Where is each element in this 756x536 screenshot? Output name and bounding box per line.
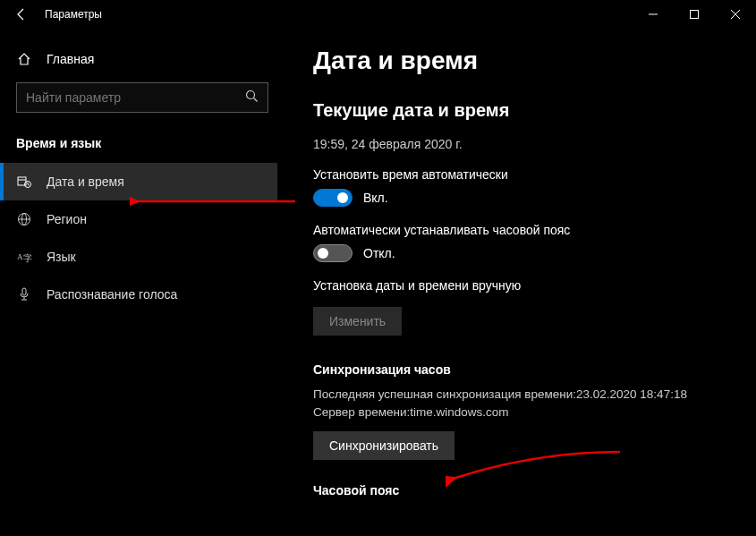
sidebar-item-language[interactable]: A字 Язык (0, 238, 277, 276)
titlebar: Параметры (0, 0, 756, 29)
sidebar-item-label: Распознавание голоса (47, 287, 177, 302)
language-icon: A字 (16, 251, 32, 263)
sidebar-item-speech[interactable]: Распознавание голоса (0, 276, 277, 313)
back-button[interactable] (7, 0, 36, 29)
change-button[interactable]: Изменить (313, 307, 402, 336)
svg-text:A: A (17, 252, 23, 261)
current-datetime-title: Текущие дата и время (313, 100, 729, 121)
page-title: Дата и время (313, 47, 729, 75)
auto-time-toggle[interactable] (313, 189, 353, 207)
manual-label: Установка даты и времени вручную (313, 278, 729, 293)
sidebar-item-date-time[interactable]: Дата и время (0, 163, 277, 200)
sidebar-item-region[interactable]: Регион (0, 200, 277, 238)
home-link[interactable]: Главная (0, 45, 277, 73)
maximize-button[interactable] (674, 0, 715, 29)
auto-tz-state: Откл. (363, 246, 395, 260)
home-icon (16, 52, 32, 66)
svg-line-10 (28, 184, 30, 185)
content: Дата и время Текущие дата и время 19:59,… (286, 29, 756, 536)
sync-server: Сервер времени:time.windows.com (313, 404, 729, 421)
auto-time-state: Вкл. (363, 191, 388, 205)
sync-title: Синхронизация часов (313, 362, 729, 377)
sidebar-item-label: Язык (47, 250, 76, 264)
minimize-button[interactable] (633, 0, 674, 29)
category-label: Время и язык (0, 127, 277, 163)
sidebar-item-label: Регион (47, 212, 87, 226)
sidebar-item-label: Дата и время (47, 174, 124, 189)
auto-tz-label: Автоматически устанавливать часовой пояс (313, 223, 729, 237)
svg-text:字: 字 (23, 253, 32, 263)
svg-point-4 (247, 91, 255, 99)
close-button[interactable] (715, 0, 756, 29)
sync-last: Последняя успешная синхронизация времени… (313, 386, 729, 404)
svg-rect-1 (691, 11, 699, 19)
svg-line-5 (254, 98, 258, 102)
auto-time-label: Установить время автоматически (313, 167, 729, 182)
search-input[interactable] (26, 90, 245, 105)
window-title: Параметры (45, 8, 102, 21)
home-label: Главная (47, 52, 94, 66)
microphone-icon (16, 287, 32, 302)
search-input-wrapper[interactable] (16, 82, 268, 113)
search-icon (245, 89, 259, 106)
current-datetime-value: 19:59, 24 февраля 2020 г. (313, 137, 729, 151)
auto-tz-toggle[interactable] (313, 244, 353, 262)
svg-rect-16 (22, 288, 26, 295)
sidebar: Главная Время и язык Дата и время Регион… (0, 29, 286, 536)
sync-button[interactable]: Синхронизировать (313, 431, 454, 460)
globe-icon (16, 212, 32, 226)
tz-title: Часовой пояс (313, 483, 729, 498)
clock-calendar-icon (16, 174, 32, 189)
